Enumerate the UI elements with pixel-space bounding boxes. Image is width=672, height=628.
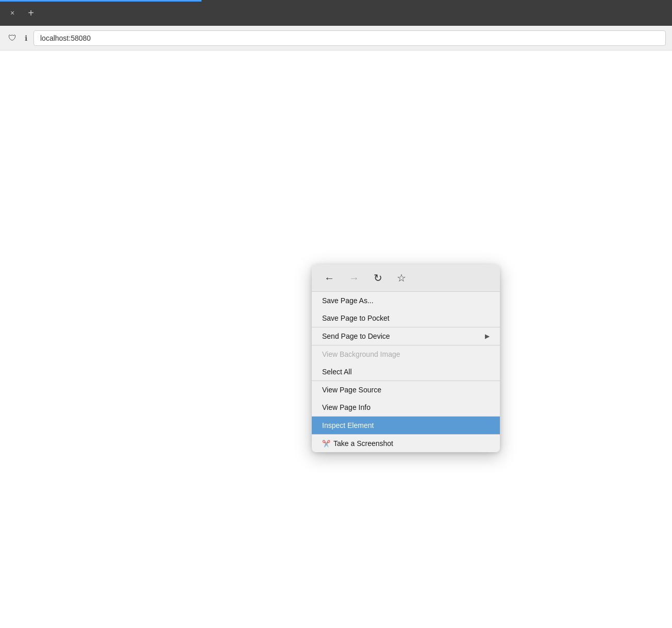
menu-item-view-page-source[interactable]: View Page Source <box>312 381 500 399</box>
menu-item-take-screenshot[interactable]: ✂️Take a Screenshot <box>312 435 500 452</box>
shield-icon: 🛡 <box>6 31 19 45</box>
menu-section-screenshot: ✂️Take a Screenshot <box>312 435 500 452</box>
menu-item-send-to-device[interactable]: Send Page to Device ▶ <box>312 327 500 345</box>
menu-item-view-page-info[interactable]: View Page Info <box>312 399 500 416</box>
menu-section-page-info: View Page Source View Page Info <box>312 381 500 417</box>
menu-item-select-all[interactable]: Select All <box>312 363 500 381</box>
browser-toolbar: 🛡 ℹ localhost:58080 <box>0 26 672 51</box>
menu-item-inspect-element[interactable]: Inspect Element <box>312 417 500 434</box>
menu-section-save: Save Page As... Save Page to Pocket <box>312 292 500 327</box>
info-icon[interactable]: ℹ <box>23 32 29 44</box>
browser-titlebar: × + <box>0 0 672 26</box>
forward-icon[interactable]: → <box>347 270 361 286</box>
context-menu-nav: ← → ↻ ☆ <box>312 265 500 292</box>
screenshot-icon: ✂️ <box>322 440 330 448</box>
url-text: localhost:58080 <box>40 34 91 42</box>
menu-section-inspect: Inspect Element <box>312 417 500 435</box>
submenu-arrow-icon: ▶ <box>485 333 490 340</box>
tab-new-button[interactable]: + <box>24 6 38 20</box>
back-icon[interactable]: ← <box>322 270 337 286</box>
address-bar[interactable]: localhost:58080 <box>33 30 666 46</box>
menu-item-save-page-as[interactable]: Save Page As... <box>312 292 500 309</box>
bookmark-icon[interactable]: ☆ <box>395 270 408 286</box>
context-menu: ← → ↻ ☆ Save Page As... Save Page to Poc… <box>312 265 500 452</box>
menu-section-send: Send Page to Device ▶ <box>312 327 500 345</box>
reload-icon[interactable]: ↻ <box>372 270 384 286</box>
tab-close-button[interactable]: × <box>5 6 20 20</box>
menu-section-view-select: View Background Image Select All <box>312 345 500 381</box>
menu-item-save-to-pocket[interactable]: Save Page to Pocket <box>312 309 500 327</box>
page-content: ← → ↻ ☆ Save Page As... Save Page to Poc… <box>0 51 672 628</box>
menu-item-view-background-image[interactable]: View Background Image <box>312 345 500 363</box>
